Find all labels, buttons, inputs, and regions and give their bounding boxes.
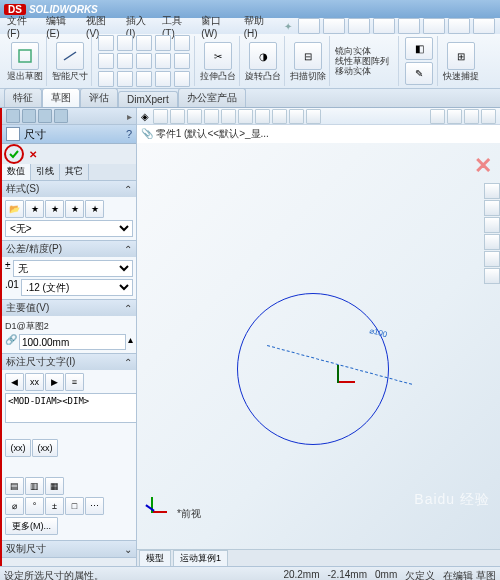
qat-print-icon[interactable]: [373, 18, 395, 34]
taskpane-search-icon[interactable]: [484, 217, 500, 233]
win-min-icon[interactable]: [447, 109, 462, 124]
style-fav-icon[interactable]: ★: [25, 200, 44, 218]
qat-undo-icon[interactable]: [398, 18, 420, 34]
taskpane-appear-icon[interactable]: [484, 251, 500, 267]
view-orient-icon[interactable]: [221, 109, 236, 124]
offset-icon[interactable]: [155, 71, 171, 87]
subtab-leaders[interactable]: 引线: [31, 164, 60, 180]
tab-features[interactable]: 特征: [4, 88, 42, 107]
subtab-other[interactable]: 其它: [60, 164, 89, 180]
sym-deg-icon[interactable]: °: [25, 497, 44, 515]
precision-select[interactable]: .12 (文件): [21, 279, 133, 296]
qat-redo-icon[interactable]: [423, 18, 445, 34]
settings-icon[interactable]: [306, 109, 321, 124]
exit-sketch-button[interactable]: [11, 42, 39, 70]
xx-btn2[interactable]: (xx): [32, 439, 58, 457]
more-button[interactable]: 更多(M)...: [5, 517, 58, 535]
spinner-icon[interactable]: ▴: [128, 334, 133, 350]
style-select[interactable]: <无>: [5, 220, 133, 237]
pm-tree-icon[interactable]: [6, 109, 20, 123]
qat-rebuild-icon[interactable]: [448, 18, 470, 34]
convert-entities-button[interactable]: ◑: [249, 42, 277, 70]
taskpane-view-icon[interactable]: [484, 234, 500, 250]
pm-dimx-icon[interactable]: [54, 109, 68, 123]
xx-btn1[interactable]: (xx): [5, 439, 31, 457]
sym-diam-icon[interactable]: ⌀: [5, 497, 24, 515]
zoom-area-icon[interactable]: [170, 109, 185, 124]
line-icon[interactable]: [98, 35, 114, 51]
text-icon[interactable]: [98, 71, 114, 87]
style-load-icon[interactable]: 📂: [5, 200, 24, 218]
display-style-icon[interactable]: [238, 109, 253, 124]
pm-help-icon[interactable]: ?: [126, 128, 132, 140]
arc-icon[interactable]: [136, 35, 152, 51]
style-add-icon[interactable]: ★: [45, 200, 64, 218]
slot-icon[interactable]: [98, 53, 114, 69]
extend-icon[interactable]: [136, 71, 152, 87]
just2-icon[interactable]: ▥: [25, 477, 44, 495]
cancel-button[interactable]: ✕: [26, 147, 40, 161]
collapse-icon[interactable]: ⌃: [124, 184, 132, 195]
collapse-icon[interactable]: ⌃: [124, 357, 132, 368]
viewport-canvas[interactable]: ✕ ⌀100 *前视 Baidu 经验: [137, 143, 500, 549]
pm-config-icon[interactable]: [38, 109, 52, 123]
dimension-value-input[interactable]: [19, 334, 126, 350]
taskpane-prop-icon[interactable]: [484, 268, 500, 284]
menu-window[interactable]: 窗口(W): [198, 14, 238, 39]
win-max-icon[interactable]: [464, 109, 479, 124]
tab-model[interactable]: 模型: [139, 550, 171, 566]
repair-button[interactable]: ✎: [405, 62, 433, 85]
sym-sq-icon[interactable]: □: [65, 497, 84, 515]
move-lbl[interactable]: 移动实体: [335, 66, 395, 76]
smart-dimension-button[interactable]: [56, 42, 84, 70]
style-del-icon[interactable]: ★: [65, 200, 84, 218]
scene-icon[interactable]: [289, 109, 304, 124]
collapse-icon[interactable]: ⌃: [124, 244, 132, 255]
quick-snap-button[interactable]: ⊞: [447, 42, 475, 70]
trim-entities-button[interactable]: ✂: [204, 42, 232, 70]
sym-pm-icon[interactable]: ±: [45, 497, 64, 515]
taskpane-lib-icon[interactable]: [484, 200, 500, 216]
ellipse-icon[interactable]: [136, 53, 152, 69]
tab-office[interactable]: 办公室产品: [178, 88, 246, 107]
win-close-icon[interactable]: [481, 109, 496, 124]
qat-new-icon[interactable]: [298, 18, 320, 34]
just3-icon[interactable]: ▦: [45, 477, 64, 495]
pm-expand-icon[interactable]: ▸: [127, 111, 132, 122]
qat-save-icon[interactable]: [348, 18, 370, 34]
view-triad[interactable]: [143, 493, 171, 521]
rect-icon[interactable]: [155, 35, 171, 51]
appearance-icon[interactable]: [272, 109, 287, 124]
menu-file[interactable]: 文件(F): [4, 14, 41, 39]
just1-icon[interactable]: ▤: [5, 477, 24, 495]
win-split-icon[interactable]: [430, 109, 445, 124]
mirror-lbl[interactable]: 镜向实体: [335, 46, 395, 56]
fillet-icon[interactable]: [155, 53, 171, 69]
point-icon[interactable]: [174, 53, 190, 69]
align-left-icon[interactable]: ◀: [5, 373, 24, 391]
sym-more-icon[interactable]: ⋯: [85, 497, 104, 515]
qat-open-icon[interactable]: [323, 18, 345, 34]
pattern-lbl[interactable]: 线性草图阵列: [335, 56, 395, 66]
menu-help[interactable]: 帮助(H): [241, 14, 279, 39]
expand-icon[interactable]: ⌄: [124, 544, 132, 555]
taskpane-res-icon[interactable]: [484, 183, 500, 199]
hide-show-icon[interactable]: [255, 109, 270, 124]
align-center-icon[interactable]: xx: [25, 373, 44, 391]
align-just-icon[interactable]: ≡: [65, 373, 84, 391]
zoom-fit-icon[interactable]: [153, 109, 168, 124]
sketch-circle[interactable]: [237, 293, 389, 445]
menu-edit[interactable]: 编辑(E): [43, 14, 81, 39]
tab-dimxpert[interactable]: DimXpert: [118, 91, 178, 107]
align-right-icon[interactable]: ▶: [45, 373, 64, 391]
prev-view-icon[interactable]: [187, 109, 202, 124]
subtab-value[interactable]: 数值: [2, 164, 31, 180]
section-icon[interactable]: [204, 109, 219, 124]
style-save-icon[interactable]: ★: [85, 200, 104, 218]
dim-text-area[interactable]: <MOD-DIAM><DIM>: [5, 393, 136, 423]
tab-sketch[interactable]: 草图: [42, 88, 80, 107]
trim-icon[interactable]: [117, 71, 133, 87]
circle-icon[interactable]: [117, 35, 133, 51]
offset-entities-button[interactable]: ⊟: [294, 42, 322, 70]
spline-icon[interactable]: [174, 35, 190, 51]
